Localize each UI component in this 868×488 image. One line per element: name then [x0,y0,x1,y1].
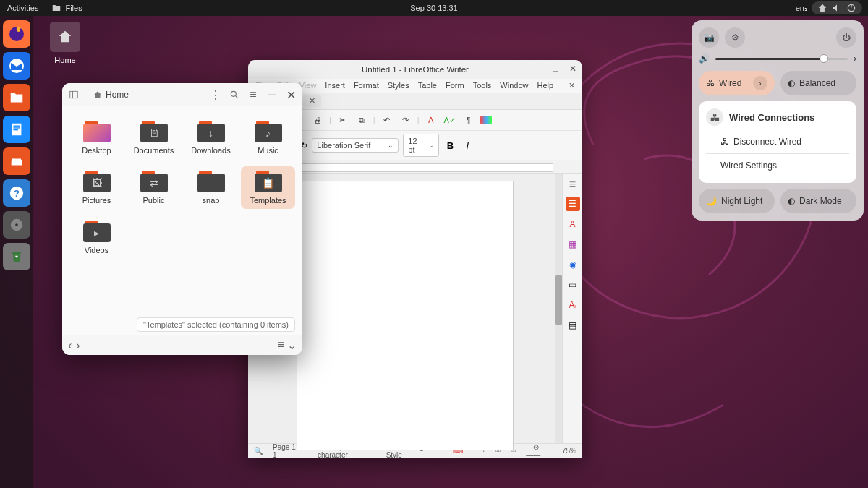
svg-point-16 [231,91,236,96]
cut-icon[interactable]: ✂ [336,113,350,127]
font-combo[interactable]: Liberation Serif⌄ [312,138,399,153]
folder-templates[interactable]: 📋Templates [241,166,295,209]
size-combo[interactable]: 12 pt⌄ [403,134,439,157]
spellcheck-icon[interactable]: A✓ [443,113,457,127]
dock-trash[interactable] [3,243,30,270]
files-app-menu[interactable]: Files [51,3,82,13]
dock-disk[interactable] [3,211,30,239]
dock-software[interactable] [3,147,30,175]
quick-settings-panel: 📷 ⚙ ⏻ 🔊 › 🖧 Wired › ◐ Balanced 🖧Wired Co… [692,20,864,221]
volume-expand-icon[interactable]: › [854,53,856,64]
formatting-icon[interactable]: ¶ [461,113,476,127]
input-lang[interactable]: en₁ [796,4,807,13]
chevron-right-icon[interactable]: › [753,76,767,90]
sidebar-properties-icon[interactable]: ☰ [566,197,580,211]
print-icon[interactable]: 🖨 [310,113,325,127]
firefox-icon [8,25,25,43]
wired-toggle[interactable]: 🖧 Wired › [699,71,775,95]
view-options-icon[interactable]: ⌄ [287,338,297,352]
menu-window[interactable]: Window [500,81,528,90]
volume-slider[interactable] [715,58,848,60]
close-icon[interactable]: ✕ [566,62,579,75]
tab-close-icon[interactable]: ✕ [303,95,321,107]
undo-icon[interactable]: ↶ [380,113,394,127]
menu-tools[interactable]: Tools [473,81,492,90]
files-window: Home ⋮ ≡ ─ ✕ Desktop 🖹Documents ↓Downloa… [62,83,302,355]
italic-button[interactable]: I [461,139,474,152]
sidebar-styles-icon[interactable]: A [566,217,580,231]
writer-page[interactable] [297,181,514,450]
folder-desktop[interactable]: Desktop [69,116,124,159]
menu-help[interactable]: Help [537,81,553,90]
list-view-icon[interactable]: ≡ [278,338,284,352]
doc-close-icon[interactable]: ✕ [569,81,575,90]
zoom-value[interactable]: 75% [562,447,576,455]
back-icon[interactable]: ‹ [68,339,72,352]
folder-snap[interactable]: snap [184,166,238,209]
power-button[interactable]: ⏻ [836,27,856,48]
sidebar-navigator-icon[interactable]: ◉ [566,257,580,272]
minimize-icon[interactable]: ─ [263,86,281,103]
menu-table[interactable]: Table [418,81,437,90]
sidebar-page-icon[interactable]: ▭ [566,278,580,292]
sidebar-toggle-icon[interactable] [65,86,82,103]
writer-icon [9,121,25,137]
night-light-toggle[interactable]: 🌙 Night Light [699,189,775,213]
sidebar-inspector-icon[interactable]: Aᵢ [566,298,580,312]
sidebar-gallery-icon[interactable]: ▦ [566,237,580,252]
system-tray[interactable] [812,1,862,14]
folder-downloads[interactable]: ↓Downloads [184,116,238,159]
minimize-icon[interactable]: ─ [532,62,545,75]
menu-styles[interactable]: Styles [388,81,409,90]
screenshot-button[interactable]: 📷 [699,27,719,48]
menu-icon[interactable]: ⋮ [207,86,224,103]
hamburger-icon[interactable]: ≡ [244,86,262,103]
writer-titlebar: Untitled 1 - LibreOffice Writer ─ □ ✕ [248,60,582,79]
sidebar-changes-icon[interactable]: ▤ [566,318,580,333]
network-icon: 🖧 [706,78,715,88]
files-grid: Desktop 🖹Documents ↓Downloads ♪Music 🖼Pi… [62,106,302,269]
svg-rect-14 [70,91,73,98]
svg-text:?: ? [14,188,20,199]
svg-rect-7 [13,127,20,128]
software-icon [9,153,25,169]
activities-button[interactable]: Activities [7,4,38,12]
dock-writer[interactable] [3,116,30,143]
scrollbar[interactable] [555,174,562,443]
network-icon [817,3,827,13]
power-mode-toggle[interactable]: ◐ Balanced [780,71,856,95]
folder-music[interactable]: ♪Music [241,116,295,159]
folder-pictures[interactable]: 🖼Pictures [69,166,124,209]
forward-icon[interactable]: › [76,339,80,352]
search-icon[interactable] [226,86,243,103]
zoom-slider[interactable]: —⊙—— [526,443,552,458]
dark-mode-toggle[interactable]: ◐ Dark Mode [780,189,856,213]
find-toolbar-icon[interactable]: 🔍 [254,447,263,455]
find-icon[interactable]: A̱ [424,113,438,127]
settings-button[interactable]: ⚙ [725,27,745,48]
svg-rect-15 [72,91,77,98]
menu-form[interactable]: Form [446,81,464,90]
dock-firefox[interactable] [3,20,30,48]
redo-icon[interactable]: ↷ [399,113,413,127]
copy-icon[interactable]: ⧉ [354,113,369,127]
close-icon[interactable]: ✕ [282,86,299,103]
folder-public[interactable]: ⇄Public [127,166,181,209]
disconnect-wired[interactable]: 🖧Disconnect Wired [706,132,849,152]
night-icon: 🌙 [706,196,717,206]
bold-button[interactable]: B [443,139,456,152]
maximize-icon[interactable]: □ [549,62,562,75]
dock-thunderbird[interactable] [3,52,30,80]
breadcrumb[interactable]: Home [87,87,203,102]
dock-help[interactable]: ? [3,179,30,207]
clock[interactable]: Sep 30 13:31 [410,4,457,12]
wired-settings[interactable]: Wired Settings [706,155,849,176]
svg-line-17 [236,96,238,98]
folder-documents[interactable]: 🖹Documents [127,116,181,159]
highlight-icon[interactable] [480,116,492,124]
dock-files[interactable] [3,84,30,111]
menu-insert[interactable]: Insert [325,81,345,90]
desktop-home[interactable]: Home [43,22,87,64]
menu-format[interactable]: Format [354,81,379,90]
folder-videos[interactable]: ▸Videos [69,216,124,259]
